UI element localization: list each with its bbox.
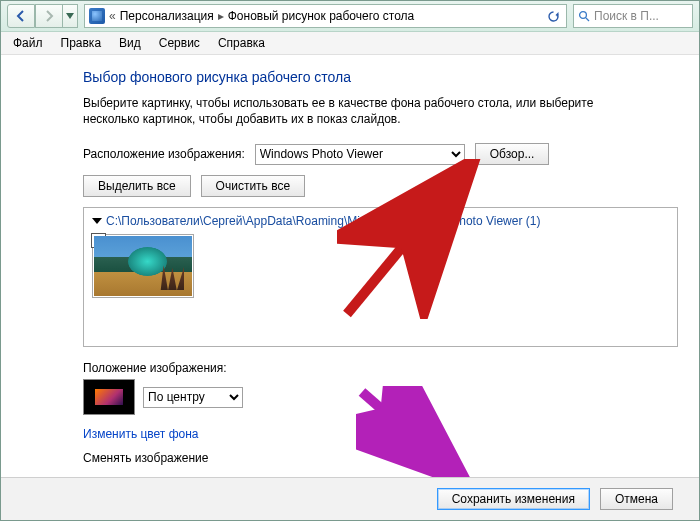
menubar: Файл Правка Вид Сервис Справка <box>1 32 699 55</box>
forward-icon <box>43 10 55 22</box>
back-icon <box>15 10 27 22</box>
position-select[interactable]: По центру <box>143 387 243 408</box>
address-bar[interactable]: « Персонализация ▸ Фоновый рисунок рабоч… <box>84 4 567 28</box>
menu-file[interactable]: Файл <box>5 34 51 52</box>
history-dropdown[interactable] <box>62 4 78 28</box>
forward-button[interactable] <box>35 4 63 28</box>
window: « Персонализация ▸ Фоновый рисунок рабоч… <box>0 0 700 521</box>
nav-buttons <box>7 4 78 28</box>
refresh-button[interactable] <box>544 7 562 25</box>
select-all-button[interactable]: Выделить все <box>83 175 191 197</box>
back-button[interactable] <box>7 4 35 28</box>
location-select[interactable]: Windows Photo Viewer <box>255 144 465 165</box>
content: Выбор фонового рисунка рабочего стола Вы… <box>1 55 699 465</box>
page-subtext: Выберите картинку, чтобы использовать ее… <box>83 95 643 127</box>
location-row: Расположение изображения: Windows Photo … <box>83 143 699 165</box>
thumbnail-image <box>94 236 192 296</box>
thumbnail-area: C:\Пользователи\Сергей\AppData\Roaming\M… <box>83 207 678 347</box>
svg-point-0 <box>580 12 587 19</box>
svg-line-1 <box>586 18 589 21</box>
position-label: Положение изображения: <box>83 361 699 375</box>
control-panel-icon <box>89 8 105 24</box>
breadcrumb-wallpaper[interactable]: Фоновый рисунок рабочего стола <box>228 9 415 23</box>
group-header[interactable]: C:\Пользователи\Сергей\AppData\Roaming\M… <box>92 214 669 228</box>
change-color-link[interactable]: Изменить цвет фона <box>83 427 199 441</box>
menu-view[interactable]: Вид <box>111 34 149 52</box>
location-label: Расположение изображения: <box>83 147 245 161</box>
clear-all-button[interactable]: Очистить все <box>201 175 305 197</box>
breadcrumb-sep: « <box>109 9 116 23</box>
group-path: C:\Пользователи\Сергей\AppData\Roaming\M… <box>106 214 540 228</box>
menu-service[interactable]: Сервис <box>151 34 208 52</box>
expand-icon <box>92 218 102 224</box>
page-title: Выбор фонового рисунка рабочего стола <box>83 69 699 85</box>
footer: Сохранить изменения Отмена <box>1 477 699 520</box>
position-block: Положение изображения: По центру <box>83 361 699 415</box>
breadcrumb-arrow-icon: ▸ <box>218 9 224 23</box>
menu-edit[interactable]: Правка <box>53 34 110 52</box>
titlebar: « Персонализация ▸ Фоновый рисунок рабоч… <box>1 1 699 32</box>
search-placeholder: Поиск в П... <box>594 9 659 23</box>
search-box[interactable]: Поиск в П... <box>573 4 693 28</box>
refresh-icon <box>547 10 560 23</box>
breadcrumb-personalization[interactable]: Персонализация <box>120 9 214 23</box>
wallpaper-thumbnail[interactable]: ✔ <box>92 234 194 298</box>
position-preview <box>83 379 135 415</box>
browse-button[interactable]: Обзор... <box>475 143 550 165</box>
change-image-label: Сменять изображение <box>83 451 208 465</box>
cancel-button[interactable]: Отмена <box>600 488 673 510</box>
menu-help[interactable]: Справка <box>210 34 273 52</box>
selection-buttons-row: Выделить все Очистить все <box>83 175 699 197</box>
search-icon <box>578 10 590 22</box>
save-button[interactable]: Сохранить изменения <box>437 488 590 510</box>
chevron-down-icon <box>66 13 74 19</box>
